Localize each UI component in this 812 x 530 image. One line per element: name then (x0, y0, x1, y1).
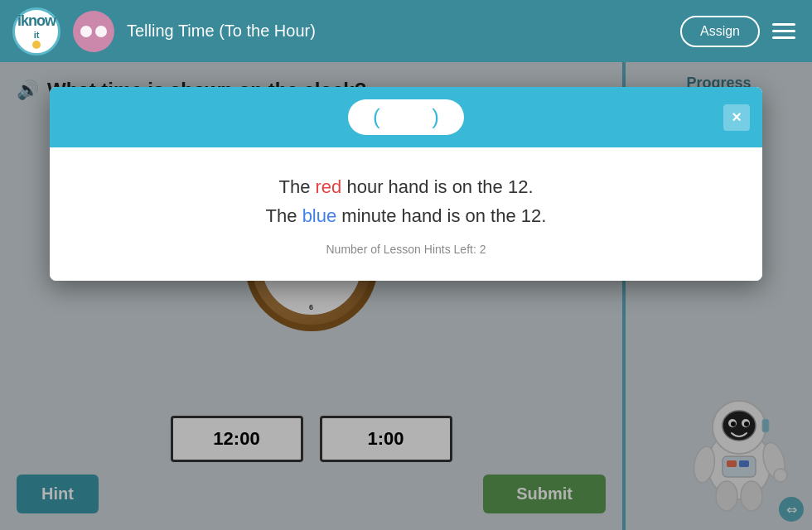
main-content: 🔊 What time is shown on the clock? 12 6 … (0, 62, 812, 530)
menu-line-2 (772, 30, 795, 32)
hint-red-word: red (316, 176, 342, 197)
modal-body: The red hour hand is on the 12. The blue… (50, 147, 762, 281)
left-paren: ( (373, 104, 380, 130)
subject-dots (80, 26, 107, 37)
header-right: Assign (680, 16, 800, 47)
hint-line1-before: The (279, 176, 316, 197)
menu-button[interactable] (768, 19, 800, 43)
lesson-title: Telling Time (To the Hour) (127, 22, 680, 41)
hint-line-1: The red hour hand is on the 12. (83, 172, 729, 201)
hint-blue-word: blue (302, 205, 337, 226)
subject-icon (73, 11, 114, 52)
hint-modal-overlay: ( Hint ) × The red hour hand is on the 1… (0, 62, 812, 530)
right-paren: ) (432, 104, 439, 130)
modal-title-wrapper: ( Hint ) (348, 99, 464, 135)
header: iknow it Telling Time (To the Hour) Assi… (0, 0, 812, 62)
hint-modal: ( Hint ) × The red hour hand is on the 1… (50, 87, 762, 281)
assign-button[interactable]: Assign (680, 16, 760, 47)
logo: iknow it (12, 7, 60, 55)
modal-close-button[interactable]: × (723, 104, 750, 131)
hint-line2-after: minute hand is on the 12. (336, 205, 546, 226)
modal-title: Hint (387, 106, 426, 129)
logo-badge: iknow it (12, 7, 60, 55)
hint-line2-before: The (266, 205, 302, 226)
modal-header: ( Hint ) × (50, 87, 762, 147)
hint-line-2: The blue minute hand is on the 12. (83, 201, 729, 230)
menu-line-1 (772, 23, 795, 26)
menu-line-3 (772, 36, 795, 39)
hints-remaining: Number of Lesson Hints Left: 2 (83, 243, 729, 256)
hint-line1-after: hour hand is on the 12. (341, 176, 533, 197)
